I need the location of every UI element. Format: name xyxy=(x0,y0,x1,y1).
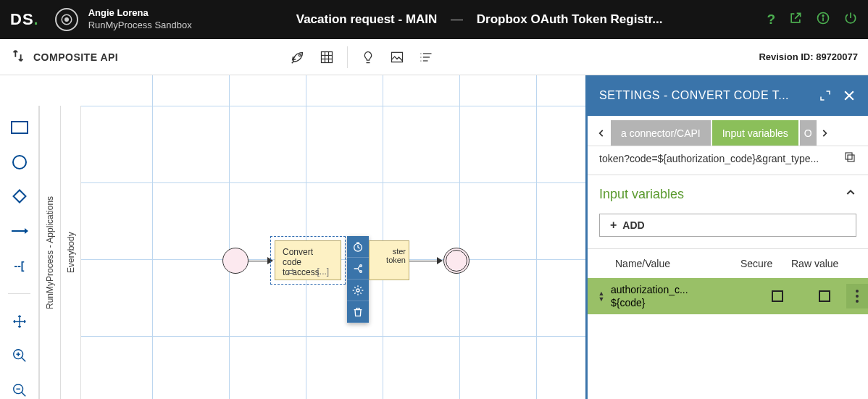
tab-next-partial[interactable]: O xyxy=(800,120,817,146)
help-icon[interactable]: ? xyxy=(767,12,775,28)
svg-line-36 xyxy=(358,247,360,248)
capi-label: COMPOSITE API xyxy=(33,51,118,63)
settings-title: SETTINGS - CONVERT CODE T... xyxy=(599,89,809,102)
image-button[interactable] xyxy=(384,44,410,70)
svg-rect-24 xyxy=(13,190,25,203)
breadcrumb-sep: — xyxy=(451,12,463,26)
launch-button[interactable] xyxy=(285,44,311,70)
arrow-head-icon-2 xyxy=(437,257,443,264)
task-convert-code[interactable]: Convert code to access ⇄ [...] xyxy=(275,240,341,280)
svg-line-28 xyxy=(21,358,25,362)
list-button[interactable] xyxy=(413,44,439,70)
vtab-everybody[interactable]: Everybody xyxy=(60,106,81,399)
svg-rect-44 xyxy=(846,153,852,159)
avatar-icon xyxy=(60,13,73,26)
task-register-token[interactable]: ster token xyxy=(369,240,409,280)
shape-palette: --[ xyxy=(0,106,39,399)
svg-point-40 xyxy=(356,289,359,292)
tabs-prev-icon[interactable] xyxy=(593,120,609,146)
expand-icon[interactable] xyxy=(819,89,832,102)
settings-header: SETTINGS - CONVERT CODE T... xyxy=(588,75,868,116)
info-icon[interactable] xyxy=(816,11,830,28)
breadcrumb: Vacation request - MAIN — Dropbox OAuth … xyxy=(192,12,767,27)
svg-rect-11 xyxy=(392,52,403,62)
timer-icon[interactable] xyxy=(347,236,369,258)
start-node[interactable] xyxy=(222,248,249,274)
row-menu-icon[interactable] xyxy=(846,284,868,308)
breadcrumb-left[interactable]: Vacation request - MAIN xyxy=(296,12,438,26)
settings-tabs: a connector/CAPI Input variables O xyxy=(588,120,868,146)
circle-shape-icon[interactable] xyxy=(9,154,30,171)
task2-label: ster token xyxy=(386,247,406,264)
task-toolbar xyxy=(347,236,369,323)
tab-input-variables[interactable]: Input variables xyxy=(712,120,798,146)
branch-icon[interactable] xyxy=(347,258,369,280)
section-title: Input variables xyxy=(599,187,684,202)
variables-header: Name/Value Secure Raw value xyxy=(588,249,868,278)
settings-url: token?code=${authorization_code}&grant_t… xyxy=(599,153,835,164)
settings-panel: SETTINGS - CONVERT CODE T... a connector… xyxy=(585,75,868,399)
top-bar: DS. Angie Lorena RunMyProcess Sandbox Va… xyxy=(0,0,868,39)
trash-icon[interactable] xyxy=(347,301,369,323)
variable-cell: authorization_c... ${code} xyxy=(611,284,752,308)
swap-icon: ⇄ xyxy=(287,266,294,277)
process-canvas[interactable]: Convert code to access ⇄ [...] ster toke… xyxy=(81,75,868,399)
flow-arrow-2[interactable] xyxy=(409,261,438,261)
task-selection: Convert code to access ⇄ [...] xyxy=(270,236,346,285)
reorder-handle-icon[interactable]: ▲▼ xyxy=(592,290,611,302)
variable-row[interactable]: ▲▼ authorization_c... ${code} xyxy=(588,278,868,314)
collapse-icon[interactable] xyxy=(845,187,856,202)
move-icon[interactable] xyxy=(9,313,30,330)
workspace: --[ RunMyProcess - Applications Everybod… xyxy=(0,75,868,399)
hint-button[interactable] xyxy=(355,44,381,70)
col-secure: Secure xyxy=(740,258,791,269)
close-icon[interactable] xyxy=(842,88,856,103)
end-node[interactable] xyxy=(443,248,470,274)
zoom-out-icon[interactable] xyxy=(9,382,30,399)
brackets-icon: [...] xyxy=(317,266,329,277)
open-external-icon[interactable] xyxy=(788,11,803,28)
svg-marker-26 xyxy=(25,228,28,234)
diamond-shape-icon[interactable] xyxy=(9,188,30,206)
var-name: authorization_c... xyxy=(611,284,748,295)
arrow-shape-icon[interactable] xyxy=(9,222,30,240)
brand-logo: DS. xyxy=(10,10,39,29)
svg-point-5 xyxy=(299,54,301,56)
raw-checkbox[interactable] xyxy=(803,290,846,302)
svg-line-32 xyxy=(21,392,25,397)
svg-rect-6 xyxy=(322,51,333,62)
vertical-tabs: RunMyProcess - Applications Everybody xyxy=(39,106,81,399)
svg-point-39 xyxy=(360,270,362,272)
avatar[interactable] xyxy=(55,8,78,31)
bracket-shape-icon[interactable]: --[ xyxy=(9,257,30,274)
svg-rect-43 xyxy=(848,155,854,161)
user-sandbox: RunMyProcess Sandbox xyxy=(88,20,192,32)
revision-label: Revision ID: 89720077 xyxy=(759,51,858,62)
rect-shape-icon[interactable] xyxy=(9,119,30,136)
vtab-applications[interactable]: RunMyProcess - Applications xyxy=(39,106,60,399)
col-name: Name/Value xyxy=(599,258,740,269)
gear-icon[interactable] xyxy=(347,280,369,301)
brand-ds: DS xyxy=(10,10,34,29)
task-mini-icons: ⇄ [...] xyxy=(275,266,341,277)
svg-point-4 xyxy=(822,15,824,17)
zoom-in-icon[interactable] xyxy=(9,347,30,364)
svg-point-38 xyxy=(360,264,362,266)
col-raw: Raw value xyxy=(791,258,856,269)
svg-point-1 xyxy=(64,17,69,22)
breadcrumb-right[interactable]: Dropbox OAuth Token Registr... xyxy=(477,12,663,26)
plus-icon: + xyxy=(610,219,617,232)
grid-button[interactable] xyxy=(314,44,340,70)
updown-icon[interactable] xyxy=(10,48,26,67)
settings-url-row: token?code=${authorization_code}&grant_t… xyxy=(588,146,868,175)
flow-arrow[interactable] xyxy=(249,261,269,261)
copy-icon[interactable] xyxy=(843,151,856,166)
revision-id: 89720077 xyxy=(816,51,858,62)
power-icon[interactable] xyxy=(843,11,858,28)
second-bar: COMPOSITE API Revision ID: 89720077 xyxy=(0,39,868,75)
add-button[interactable]: + ADD xyxy=(599,214,856,237)
tabs-next-icon[interactable] xyxy=(817,120,832,146)
secure-checkbox[interactable] xyxy=(752,290,803,302)
variables-table: Name/Value Secure Raw value ▲▼ authoriza… xyxy=(588,248,868,314)
tab-connector[interactable]: a connector/CAPI xyxy=(611,120,711,146)
